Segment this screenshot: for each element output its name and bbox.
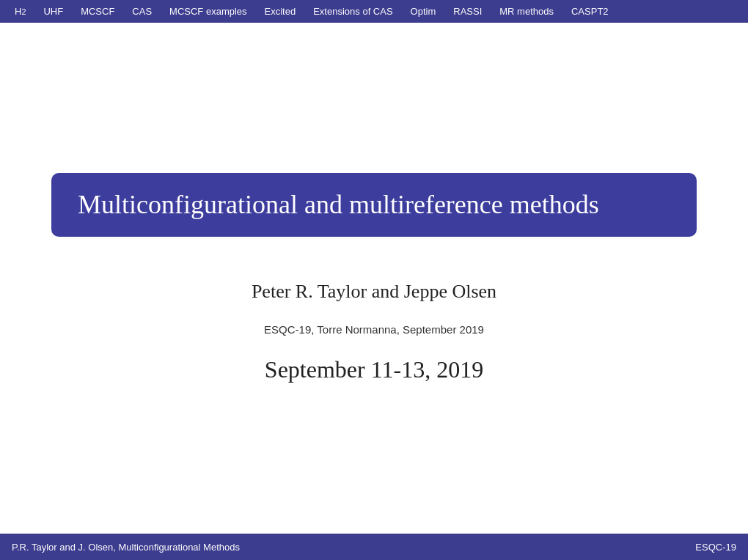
nav-item-optim[interactable]: Optim: [402, 0, 445, 23]
title-box: Multiconfigurational and multireference …: [51, 173, 697, 237]
footer-right-text: ESQC-19: [695, 542, 736, 553]
slide-date: September 11-13, 2019: [265, 356, 483, 383]
slide-content: Multiconfigurational and multireference …: [0, 23, 748, 534]
footer-left-text: P.R. Taylor and J. Olsen, Multiconfigura…: [12, 542, 240, 553]
nav-item-excited[interactable]: Excited: [256, 0, 305, 23]
nav-item-uhf[interactable]: UHF: [34, 0, 72, 23]
nav-item-h2[interactable]: H2: [6, 0, 34, 23]
nav-item-rassi[interactable]: RASSI: [444, 0, 491, 23]
nav-item-mcscf-examples[interactable]: MCSCF examples: [161, 0, 255, 23]
slide-conference: ESQC-19, Torre Normanna, September 2019: [264, 323, 484, 336]
footer-bar: P.R. Taylor and J. Olsen, Multiconfigura…: [0, 534, 748, 560]
slide-authors: Peter R. Taylor and Jeppe Olsen: [252, 281, 496, 303]
nav-item-cas[interactable]: CAS: [123, 0, 161, 23]
slide-title: Multiconfigurational and multireference …: [78, 189, 670, 221]
nav-item-mcscf[interactable]: MCSCF: [72, 0, 123, 23]
nav-item-mr-methods[interactable]: MR methods: [491, 0, 562, 23]
nav-item-extensions-of-cas[interactable]: Extensions of CAS: [304, 0, 401, 23]
nav-bar: H2 UHF MCSCF CAS MCSCF examples Excited …: [0, 0, 748, 23]
nav-item-caspt2[interactable]: CASPT2: [562, 0, 617, 23]
